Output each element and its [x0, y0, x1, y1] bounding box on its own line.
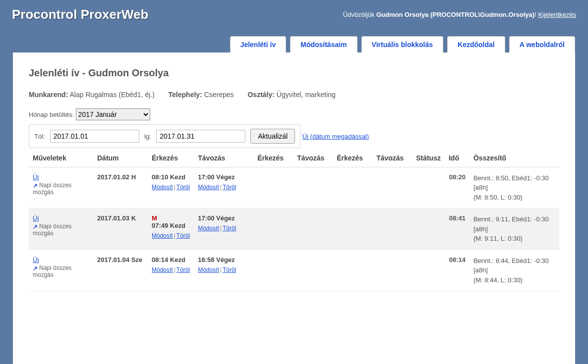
col-datum: Dátum [93, 149, 148, 167]
new-link[interactable]: Új [33, 173, 39, 181]
delete-link[interactable]: Töröl [223, 225, 236, 232]
all-moves-label: Napi összes mozgás [33, 223, 71, 237]
delete-link[interactable]: Töröl [176, 184, 190, 191]
nav-tabs: Jelenléti ív Módosításaim Virtuális blok… [0, 22, 588, 52]
tab-a-weboldalrol[interactable]: A weboldalról [509, 36, 575, 52]
ido-value: 08:14 [445, 250, 470, 291]
modify-link[interactable]: Módosít [198, 184, 219, 191]
tab-kezdooldal[interactable]: Kezdőoldal [447, 36, 505, 52]
modify-link[interactable]: Módosít [152, 266, 173, 273]
new-link[interactable]: Új [33, 214, 39, 222]
manual-flag: M [152, 214, 190, 222]
new-link[interactable]: Új [33, 256, 39, 263]
tab-jelenleti-iv[interactable]: Jelenléti ív [230, 36, 287, 52]
all-moves-label: Napi összes mozgás [33, 264, 71, 278]
delete-link[interactable]: Töröl [223, 184, 236, 191]
tab-modositasaim[interactable]: Módosításaim [290, 36, 357, 52]
app-title: Procontrol ProxerWeb [12, 7, 148, 22]
departure-time: 17:00 Végez [198, 214, 249, 222]
date-filter-box: Tól: Ig: Aktualizál [29, 124, 300, 148]
tab-virtualis-blokkolas[interactable]: Virtuális blokkolás [361, 36, 443, 52]
col-osszesito: Összesítő [470, 149, 559, 167]
arrival-time: 07:49 Kezd [152, 222, 190, 229]
col-tavozas2: Távozás [293, 149, 333, 167]
table-row: Új↗Napi összes mozgás2017.01.03 KM07:49 … [29, 208, 559, 250]
arrow-up-right-icon: ↗ [33, 265, 38, 272]
arrow-up-right-icon: ↗ [33, 182, 38, 189]
summary-cell: Bennt.: 8:44, Ebéd1: -0:30[a8h](M: 8:44,… [470, 250, 559, 291]
from-input[interactable] [50, 130, 139, 143]
col-tavozas3: Távozás [372, 149, 412, 167]
new-with-date-link[interactable]: Új (dátum megadással) [302, 133, 369, 140]
col-ido: Idő [445, 149, 470, 167]
meta-row: Munkarend: Alap Rugalmas (Ebéd1, éj.) Te… [29, 91, 559, 99]
col-tavozas1: Távozás [194, 149, 253, 167]
page-title: Jelenléti ív - Gudmon Orsolya [29, 67, 559, 79]
departure-time: 16:58 Végez [198, 256, 249, 263]
attendance-table: Műveletek Dátum Érkezés Távozás Érkezés … [29, 149, 559, 292]
to-input[interactable] [156, 130, 245, 143]
col-erkezes1: Érkezés [148, 149, 194, 167]
ido-value: 08:20 [445, 167, 470, 208]
arrival-time: 08:10 Kezd [152, 173, 190, 181]
from-label: Tól: [34, 133, 45, 140]
arrival-time: 08:14 Kezd [152, 256, 190, 263]
all-moves-label: Napi összes mozgás [33, 182, 71, 196]
table-row: Új↗Napi összes mozgás2017.01.04 Sze08:14… [29, 250, 559, 291]
ido-value: 08:41 [445, 208, 470, 250]
logout-link[interactable]: Kijelentkezés [538, 11, 576, 18]
arrow-up-right-icon: ↗ [33, 223, 38, 230]
delete-link[interactable]: Töröl [223, 266, 236, 273]
date-value: 2017.01.02 H [97, 173, 136, 181]
modify-link[interactable]: Módosít [198, 225, 219, 232]
col-erkezes3: Érkezés [333, 149, 372, 167]
summary-cell: Bennt.: 8:50, Ebéd1: -0:30[a8h](M: 8:50,… [470, 167, 559, 208]
modify-link[interactable]: Módosít [152, 184, 173, 191]
modify-link[interactable]: Módosít [198, 266, 219, 273]
table-row: Új↗Napi összes mozgás2017.01.02 H08:10 K… [29, 167, 559, 208]
delete-link[interactable]: Töröl [176, 266, 190, 273]
month-label: Hónap betöltés: [29, 111, 74, 118]
to-label: Ig: [144, 133, 151, 140]
col-muveletek: Műveletek [29, 149, 93, 167]
summary-cell: Bennt.: 9:11, Ebéd1: -0:30[a8h](M: 9:11,… [470, 208, 559, 250]
refresh-button[interactable]: Aktualizál [250, 129, 295, 144]
modify-link[interactable]: Módosít [152, 232, 173, 239]
col-statusz: Státusz [412, 149, 445, 167]
date-value: 2017.01.03 K [97, 214, 136, 222]
month-select[interactable]: 2017 Január [76, 108, 150, 120]
col-erkezes2: Érkezés [253, 149, 293, 167]
delete-link[interactable]: Töröl [176, 232, 190, 239]
welcome-text: Üdvözöljük Gudmon Orsolya (PROCONTROL\Gu… [343, 11, 576, 18]
departure-time: 17:00 Végez [198, 173, 249, 181]
date-value: 2017.01.04 Sze [97, 256, 142, 263]
